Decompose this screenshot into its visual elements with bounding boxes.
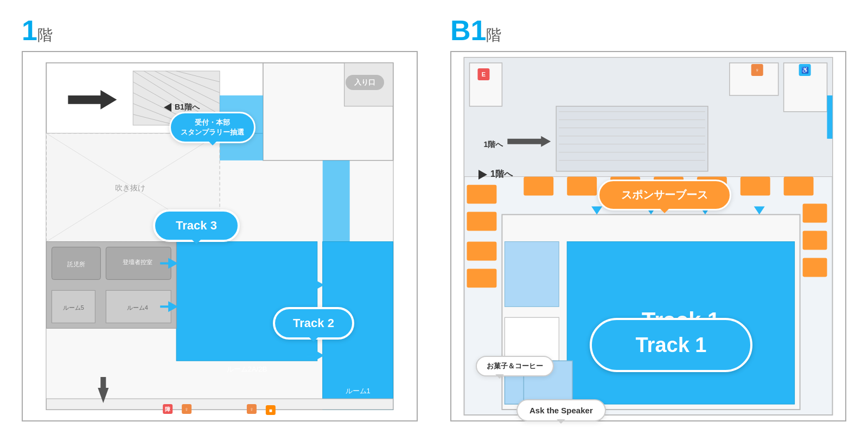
floorb1-title: B1階	[450, 16, 846, 46]
track3-label: Track 3	[176, 219, 217, 233]
track1-label: Track 1	[636, 334, 707, 357]
svg-rect-64	[556, 106, 708, 171]
track2-label: Track 2	[293, 316, 334, 330]
svg-rect-75	[467, 269, 496, 287]
reception-bubble: 受付・本部 スタンプラリー抽選	[169, 112, 256, 143]
reception-line1: 受付・本部	[195, 118, 230, 127]
reception-line2: スタンプラリー抽選	[181, 127, 244, 137]
svg-text:託児所: 託児所	[67, 261, 85, 267]
svg-text:登壇者控室: 登壇者控室	[123, 259, 152, 265]
svg-text:E: E	[482, 71, 486, 78]
svg-rect-88	[505, 241, 559, 306]
svg-rect-76	[524, 177, 553, 196]
svg-rect-91	[505, 317, 559, 361]
svg-rect-72	[467, 185, 496, 204]
track2-bubble: Track 2	[273, 307, 354, 340]
floor1-indicator: 1階へ	[478, 169, 513, 180]
track3-bubble: Track 3	[153, 209, 240, 242]
svg-text:吹き抜け: 吹き抜け	[115, 183, 145, 192]
floor1-section: 1階	[22, 16, 418, 425]
svg-text:ルーム5: ルーム5	[63, 304, 84, 311]
svg-text:ルーム1: ルーム1	[346, 387, 371, 395]
floor1-label: 1階へ	[490, 169, 513, 180]
svg-rect-63	[827, 95, 833, 139]
svg-text:ルーム2A/2B: ルーム2A/2B	[227, 365, 267, 373]
svg-rect-23	[176, 241, 317, 361]
svg-text:♀: ♀	[755, 67, 760, 73]
svg-text:障: 障	[165, 406, 171, 412]
svg-rect-16	[323, 161, 350, 247]
track1-bubble: Track 1	[590, 318, 752, 372]
floor1-arrow	[478, 170, 487, 180]
svg-rect-77	[567, 177, 597, 196]
svg-rect-85	[803, 258, 827, 277]
svg-text:ルーム4: ルーム4	[127, 304, 148, 311]
floor1-map: 障 ♀ ♀ ■ ルーム2A/2B ルー	[22, 51, 418, 421]
svg-text:♀: ♀	[250, 406, 253, 412]
ask-bubble: Ask the Speaker	[516, 399, 606, 421]
b1-arrow-icon	[164, 103, 171, 112]
svg-rect-30	[46, 399, 393, 410]
svg-rect-73	[467, 212, 496, 231]
svg-rect-83	[803, 204, 827, 223]
svg-rect-74	[467, 241, 496, 260]
floorb1-section: B1階 E ♀ ♿	[450, 16, 846, 425]
floorb1-map: E ♀ ♿	[450, 51, 846, 421]
sponsor-bubble: スポンサーブース	[598, 180, 731, 210]
b1-arrow-label: B1階へ	[164, 103, 200, 112]
svg-text:■: ■	[269, 407, 272, 413]
floorb1-num: B1	[450, 15, 486, 46]
svg-rect-81	[741, 177, 770, 196]
svg-text:♿: ♿	[801, 66, 809, 74]
floor1-num: 1	[22, 15, 37, 46]
svg-rect-82	[784, 177, 814, 196]
main-container: 1階	[0, 0, 868, 441]
svg-rect-84	[803, 231, 827, 250]
entrance-label: 入り口	[346, 75, 384, 90]
b1-label: B1階へ	[175, 103, 200, 112]
svg-text:1階へ: 1階へ	[484, 140, 504, 149]
floor1-title: 1階	[22, 16, 418, 46]
snack-bubble: お菓子＆コーヒー	[476, 356, 554, 376]
svg-text:♀: ♀	[184, 406, 188, 412]
